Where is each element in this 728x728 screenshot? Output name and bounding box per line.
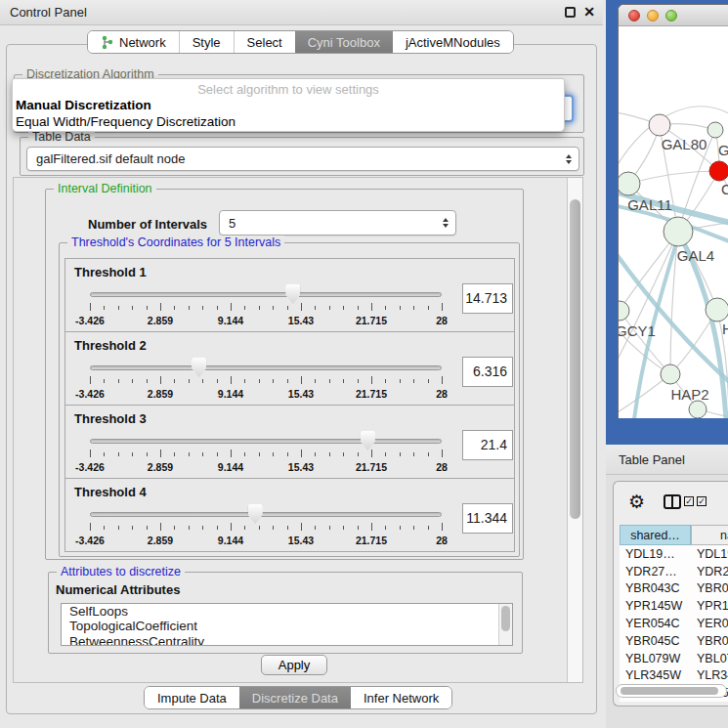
table-header-row: shared…na [620, 525, 728, 545]
settings-scroll-area: Interval Definition Number of Intervals … [13, 177, 583, 683]
settings-vertical-scrollbar[interactable] [567, 178, 582, 682]
combo-arrows-icon [566, 154, 572, 164]
num-intervals-combo[interactable]: 5 [219, 210, 456, 236]
attributes-group: Attributes to discretize Numerical Attri… [48, 572, 523, 654]
bottom-tab-discretize-data[interactable]: Discretize Data [239, 687, 351, 708]
slider-track[interactable] [90, 439, 442, 444]
table-row[interactable]: YPR145WYPR14 [620, 597, 728, 615]
table-cell: YDR27… [620, 565, 691, 578]
column-header-2[interactable]: na [691, 525, 728, 545]
numerical-attributes-list[interactable]: SelfLoopsTopologicalCoefficientBetweenne… [61, 603, 513, 646]
num-intervals-value: 5 [229, 216, 236, 231]
network-node[interactable] [689, 401, 707, 418]
slider-thumb[interactable] [192, 358, 206, 377]
network-node[interactable] [661, 364, 680, 384]
tab-cyni-toolbox[interactable]: Cyni Toolbox [295, 31, 393, 53]
algorithm-dropdown-popup: Select algorithm to view settings Manual… [12, 78, 565, 132]
table-row[interactable]: YBR045CYBR04 [620, 632, 728, 650]
close-icon[interactable]: ✕ [583, 4, 595, 20]
slider-thumb[interactable] [285, 284, 300, 304]
network-window-titlebar [619, 5, 728, 26]
bottom-tab-discretize-data-label: Discretize Data [252, 691, 338, 706]
settings-scrollbar-thumb[interactable] [570, 199, 580, 519]
tab-select[interactable]: Select [234, 31, 295, 53]
float-window-icon[interactable] [565, 7, 576, 18]
algorithm-popup-items: Manual DiscretizationEqual Width/Frequen… [13, 97, 564, 130]
list-item-topologicalcoefficient[interactable]: TopologicalCoefficient [62, 619, 512, 633]
threshold-value-field[interactable]: 11.344 [462, 503, 513, 534]
list-scrollbar[interactable] [498, 604, 512, 645]
interval-definition-group-title: Interval Definition [54, 182, 156, 195]
table-row[interactable]: YDL19…YDL19 [620, 545, 728, 563]
table-row[interactable]: YLR345WYLR34 [620, 667, 728, 685]
attributes-group-title: Attributes to discretize [57, 565, 185, 578]
slider-ticks [90, 376, 442, 385]
table-row[interactable]: YBL079WYBL07 [620, 650, 728, 667]
table-row[interactable]: YDR27…YDR27 [620, 563, 728, 580]
table-panel-title: Table Panel [619, 452, 685, 467]
network-node[interactable] [707, 122, 723, 138]
control-panel: Control Panel ✕ NetworkStyleSelectCyni T… [0, 0, 603, 728]
network-node[interactable] [706, 298, 728, 321]
threshold-value-field[interactable]: 6.316 [462, 357, 513, 387]
table-data-combo[interactable]: galFiltered.sif default node [26, 147, 579, 171]
slider-thumb[interactable] [248, 504, 263, 524]
table-cell: YBL079W [620, 652, 691, 665]
network-node[interactable] [619, 301, 629, 321]
table-row[interactable]: YBR043CYBR04 [620, 580, 728, 598]
slider-track[interactable] [90, 512, 442, 517]
network-node[interactable] [619, 172, 640, 195]
threshold-slider[interactable]: -3.4262.8599.14415.4321.71528 [65, 332, 514, 405]
checkbox-icon[interactable]: ✓ [684, 496, 694, 506]
slider-track[interactable] [90, 292, 442, 297]
tab-network[interactable]: Network [88, 31, 179, 53]
network-node[interactable] [709, 161, 728, 181]
network-icon [101, 35, 113, 50]
window-minimize-icon[interactable] [647, 10, 659, 21]
slider-ticks [90, 303, 442, 312]
popup-item-equal-width-frequency-discretization[interactable]: Equal Width/Frequency Discretization [13, 113, 564, 130]
table-hscrollbar-thumb[interactable] [621, 687, 718, 695]
threshold-value-field[interactable]: 21.4 [462, 430, 513, 460]
table-panel: Table Panel ⚙ ✓ ✓ shared…na YDL19…YDL19Y… [606, 445, 728, 728]
bottom-tab-infer-network[interactable]: Infer Network [351, 687, 451, 708]
tab-jactivemnodules[interactable]: jActiveMNodules [393, 31, 513, 53]
gear-icon[interactable]: ⚙ [628, 492, 645, 511]
slider-track[interactable] [90, 365, 442, 370]
list-item-selfloops[interactable]: SelfLoops [62, 604, 512, 619]
split-columns-icon[interactable] [664, 494, 681, 509]
table-panel-box: ⚙ ✓ ✓ shared…na YDL19…YDL19YDR27…YDR27YB… [613, 481, 728, 707]
threshold-slider[interactable]: -3.4262.8599.14415.4321.71528 [65, 479, 514, 551]
threshold-rows: Threshold 1-3.4262.8599.14415.4321.71528… [64, 259, 515, 552]
table-body: YDL19…YDL19YDR27…YDR27YBR043CYBR04YPR145… [620, 545, 728, 702]
popup-item-manual-discretization[interactable]: Manual Discretization [13, 97, 564, 113]
control-panel-titlebar: Control Panel ✕ [0, 0, 603, 25]
threshold-slider[interactable]: -3.4262.8599.14415.4321.71528 [65, 406, 514, 478]
node-label: GAL80 [662, 136, 707, 152]
window-zoom-icon[interactable] [665, 10, 677, 21]
column-header-1[interactable]: shared… [620, 525, 691, 545]
table-horizontal-scrollbar[interactable] [616, 684, 727, 698]
apply-button[interactable]: Apply [261, 655, 327, 675]
network-node[interactable] [649, 114, 670, 136]
threshold-value-field[interactable]: 14.713 [462, 283, 513, 314]
threshold-slider[interactable]: -3.4262.8599.14415.4321.71528 [65, 259, 514, 331]
list-item-betweennesscentrality[interactable]: BetweennessCentrality [62, 634, 512, 646]
table-cell: YDL19 [691, 547, 728, 561]
threshold-row: Threshold 1-3.4262.8599.14415.4321.71528… [64, 258, 515, 332]
table-row[interactable]: YER054CYER05 [620, 615, 728, 632]
node-label: GAL11 [627, 196, 672, 213]
bottom-tab-impute-data[interactable]: Impute Data [145, 687, 239, 708]
table-data-group: Table Data galFiltered.sif default node [20, 137, 584, 176]
list-scrollbar-thumb[interactable] [501, 606, 510, 631]
checkbox-icon[interactable]: ✓ [697, 496, 707, 506]
table-cell: YER054C [620, 617, 691, 630]
window-close-icon[interactable] [628, 10, 640, 21]
bottom-tab-infer-network-label: Infer Network [364, 691, 439, 706]
table-cell: YBR04 [691, 581, 728, 595]
slider-thumb[interactable] [361, 431, 375, 450]
network-node[interactable] [664, 217, 693, 246]
network-window[interactable]: GAL80GACGAL11GAL4GCY1HHAP2 [618, 4, 728, 418]
network-canvas[interactable]: GAL80GACGAL11GAL4GCY1HHAP2 [619, 26, 728, 418]
tab-style[interactable]: Style [179, 31, 234, 53]
